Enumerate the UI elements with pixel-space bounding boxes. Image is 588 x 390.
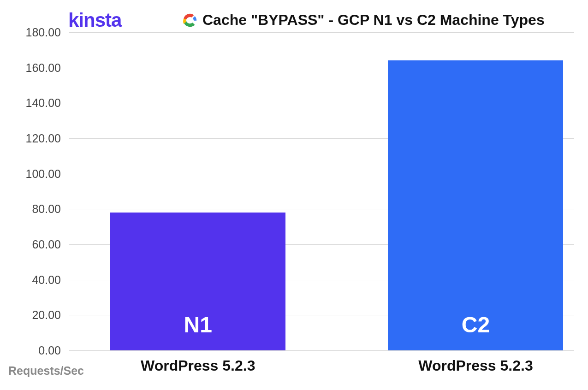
y-tick-label: 80.00 (10, 202, 61, 216)
chart-title-group: Cache "BYPASS" - GCP N1 vs C2 Machine Ty… (182, 12, 545, 29)
y-tick-label: 100.00 (10, 167, 61, 180)
google-cloud-icon (182, 12, 198, 28)
x-tick-label: WordPress 5.2.3 (418, 357, 533, 374)
y-tick-label: 40.00 (10, 273, 61, 286)
bar-label: N1 (184, 312, 212, 337)
y-tick-label: 160.00 (10, 61, 61, 74)
y-tick-label: 140.00 (10, 96, 61, 110)
y-tick-label: 120.00 (10, 132, 61, 145)
y-tick-label: 0.00 (10, 344, 61, 357)
bar-c2: C2 (388, 60, 563, 350)
chart-title: Cache "BYPASS" - GCP N1 vs C2 Machine Ty… (202, 12, 545, 29)
y-axis-label: Requests/Sec (8, 364, 84, 378)
chart-container: kinsta Cache "BYPASS" - GCP N1 vs C2 Mac… (0, 0, 588, 390)
bar-label: C2 (462, 312, 490, 337)
y-tick-label: 20.00 (10, 308, 61, 322)
plot-area: 0.0020.0040.0060.0080.00100.00120.00140.… (69, 32, 574, 350)
x-tick-label: WordPress 5.2.3 (141, 357, 255, 374)
y-tick-label: 180.00 (10, 26, 61, 39)
bar-n1: N1 (110, 213, 285, 350)
gridline (69, 32, 574, 33)
kinsta-logo: kinsta (68, 9, 121, 31)
gridline (69, 350, 574, 351)
y-tick-label: 60.00 (10, 238, 61, 251)
